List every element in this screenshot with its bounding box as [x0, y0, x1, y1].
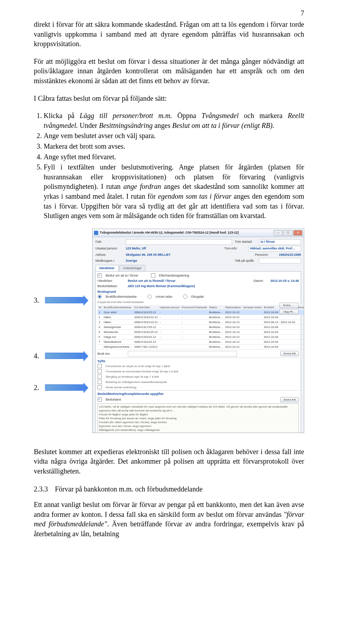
syfte-item-label: Förverkande av utbyte av brott enligt 36… — [106, 364, 170, 368]
radio-annan[interactable] — [148, 295, 152, 299]
callout-4-label: 4. — [34, 351, 42, 361]
adress-label: Adress: — [95, 253, 123, 257]
uttalad-label: Utsatad person: — [95, 246, 123, 250]
table-row[interactable]: 4Skadegörelse0200-K317/25-12--Brottsms…2… — [98, 324, 304, 329]
efterhand-checkbox[interactable] — [151, 273, 155, 278]
paragraph-2: För att möjliggöra ett beslut om förvar … — [34, 57, 304, 86]
radio-brott[interactable] — [98, 295, 102, 299]
syfte-item-label: Förverkande av ekonomiska fördelar enlig… — [106, 370, 178, 373]
callout-2: 2. — [34, 383, 84, 393]
datum-value: 2012-10-25 v. 14:48 — [270, 279, 299, 283]
beslutsfattare-label: Beslutsfattare: — [98, 284, 125, 288]
screenshot-callouts: 3. 4. 2. Tvångsmedelsbeslut i ärende AM-… — [34, 229, 304, 436]
section-number: 2.3.3 — [34, 484, 55, 494]
tvm-startad-field[interactable]: ta i förvar — [259, 239, 301, 245]
tvm-startad-label: Tvm startad: — [235, 240, 256, 244]
beslutsfattare-value: akl3 123 Ing Marie Beman (Kammaråklagare… — [128, 284, 195, 288]
syfte-item-label: Betalning av målsägandens skadeståndsans… — [106, 380, 167, 384]
step-5: Fyll i textfälten under beslutsmotiverin… — [44, 162, 304, 221]
callout-3: 3. — [34, 296, 84, 305]
steps-list: Klicka på Lägg till personer/brott m.m. … — [34, 111, 304, 221]
datum-label: Datum: — [254, 279, 268, 283]
callout-2-label: 2. — [34, 383, 42, 393]
beslut-checkbox[interactable] — [98, 273, 102, 278]
beslutstext-label: Beslutstext — [106, 397, 121, 402]
step-3: Markera det brott som avses. — [44, 142, 304, 151]
syfte-checkbox[interactable] — [98, 374, 102, 379]
handelser-label: Händelser: — [98, 279, 125, 283]
section-heading: 2.3.3Förvar på bankkonton m.m. och förbu… — [34, 484, 304, 494]
brott-nm-field[interactable] — [128, 351, 237, 357]
paragraph-last: Ett annat vanligt beslut om förvar är fö… — [34, 500, 304, 539]
uttalad-value: 123 Melin, Ulf — [126, 246, 146, 250]
tab-anteckningar[interactable]: Anteckningar — [119, 265, 146, 271]
table-header-row: NrBrott/BrottsmisstankarExt ärendetvUtpe… — [98, 305, 304, 310]
syfte-title: Syfte — [98, 359, 299, 363]
radio-okopplat-label: Okopplat — [191, 295, 204, 299]
syfte-item-label: Återgång av förvärkad egel 36 kap 7 § Br… — [106, 375, 159, 379]
page-number: 7 — [301, 8, 304, 18]
section-title: Förvar på bankkonton m.m. och förbudsmed… — [55, 485, 202, 493]
tvm-info-label: Tvm-info: — [224, 246, 245, 250]
paragraph-after-image: Beslutet kommer att expedieras elektroni… — [34, 447, 304, 476]
syfte-checkbox[interactable] — [98, 364, 102, 368]
brott-table: NrBrott/BrottsmisstankarExt ärendetvUtpe… — [98, 305, 304, 349]
table-row[interactable]: 7Narkotikabrott0300-K101/23-12Brottsms…2… — [98, 339, 304, 344]
personnr-label: Personnr: — [255, 253, 276, 257]
main-panel: Beslut om att ta i förvar Efterhandsregi… — [95, 271, 301, 433]
window-title: Tvångsmedelsbeslut i ärende AM-4030-12, … — [100, 230, 272, 235]
radio-brott-label: Brott/Brottsmisstankar — [106, 295, 137, 299]
personnr-value: 19920123-2395 — [279, 253, 301, 257]
step-4: Ange syftet med förvaret. — [44, 152, 304, 162]
syfte-checkbox[interactable] — [98, 385, 102, 389]
tabs: Händelser Anteckningar — [95, 265, 301, 271]
table-row[interactable]: 2Häleri0200-K318/122-12--Brottsms…2012-1… — [98, 315, 304, 320]
syfte-checkbox[interactable] — [98, 369, 102, 373]
lagg-till-button[interactable]: Lägg till… — [280, 309, 299, 314]
medborg-label: Medborgare i: — [95, 259, 123, 263]
tolk-field[interactable] — [259, 258, 301, 264]
fatt-label: Fatt: — [95, 240, 123, 244]
syfte-item-label: Annat (annan anledning) — [106, 385, 137, 389]
table-row[interactable]: 5Misshandel0200-K318/125-12--Brottsms…20… — [98, 329, 304, 334]
efterhand-label: Efterhandsregistering — [159, 273, 189, 278]
callout-4: 4. — [34, 351, 84, 361]
radio-annan-label: Annan talan — [156, 295, 173, 299]
adress-value: Skolgatan 96, 298 05 MELLBY — [126, 253, 171, 257]
andra-fritt-button-2[interactable]: Ändra fritt — [280, 397, 299, 402]
minimize-button[interactable]: — — [274, 230, 283, 236]
radio-okopplat[interactable] — [183, 295, 187, 299]
step-2: Ange vem beslutet avser och välj spara. — [44, 131, 304, 141]
app-screenshot: Tvångsmedelsbeslut i ärende AM-4030-12, … — [92, 229, 304, 433]
callout-3-label: 3. — [34, 296, 42, 305]
motiv-title: Beslut/Motivering/Kompletterande uppgift… — [98, 392, 299, 396]
paragraph-3: I Cåbra fattas beslut om förvar på följa… — [34, 94, 304, 104]
syfte-checkbox[interactable] — [98, 380, 102, 384]
close-button[interactable]: ✕ — [293, 230, 302, 236]
fatt-field[interactable] — [126, 239, 232, 245]
beslutstext-box: 123 Melin, Ulf är skäligen misstänkt för… — [98, 403, 299, 433]
tvm-info-field[interactable]: Häktad, sannolika skäl, Prof… — [248, 246, 301, 252]
maximize-button[interactable]: ▢ — [283, 230, 293, 236]
tolk-label: Tolk på språk: — [235, 259, 256, 263]
table-row[interactable]: 3Häleri0300-K318/123-12--Brottsms…2012-1… — [98, 320, 304, 324]
tab-handelser[interactable]: Händelser — [95, 265, 119, 271]
table-row[interactable]: 6Olaga hot0200-K102/22-12--Brottsms…2012… — [98, 334, 304, 339]
andra-button[interactable]: Ändra… — [280, 303, 299, 308]
handelser-value: Beslut om att ta föremål i förvar — [128, 279, 176, 283]
brottsgrund-title: Brottsgrund — [98, 290, 299, 294]
andra-fritt-button[interactable]: Ändra fritt — [280, 351, 299, 356]
beslutstext-checkbox[interactable] — [98, 397, 102, 402]
beslut-chk-label: Beslut om att ta i förvar — [106, 273, 138, 278]
step-1: Klicka på Lägg till personer/brott m.m. … — [44, 111, 304, 130]
koppla-label: Koppla till brott eller brottsmisstankar — [98, 300, 299, 304]
app-icon — [94, 231, 98, 235]
arrow-icon — [45, 353, 84, 359]
arrow-icon — [45, 297, 84, 303]
table-row[interactable]: Näringslivsöverträde…0300-T301-123/12Bro… — [98, 344, 304, 349]
paragraph-1: direkt i förvar för att säkra kommande s… — [34, 20, 304, 49]
window-titlebar: Tvångsmedelsbeslut i ärende AM-4030-12, … — [93, 229, 304, 237]
arrow-icon — [45, 384, 84, 391]
table-row[interactable]: 1Grov stöld0300-K101/23-12--Brottsms…201… — [98, 310, 304, 315]
medborg-value: Sverige — [126, 259, 137, 263]
